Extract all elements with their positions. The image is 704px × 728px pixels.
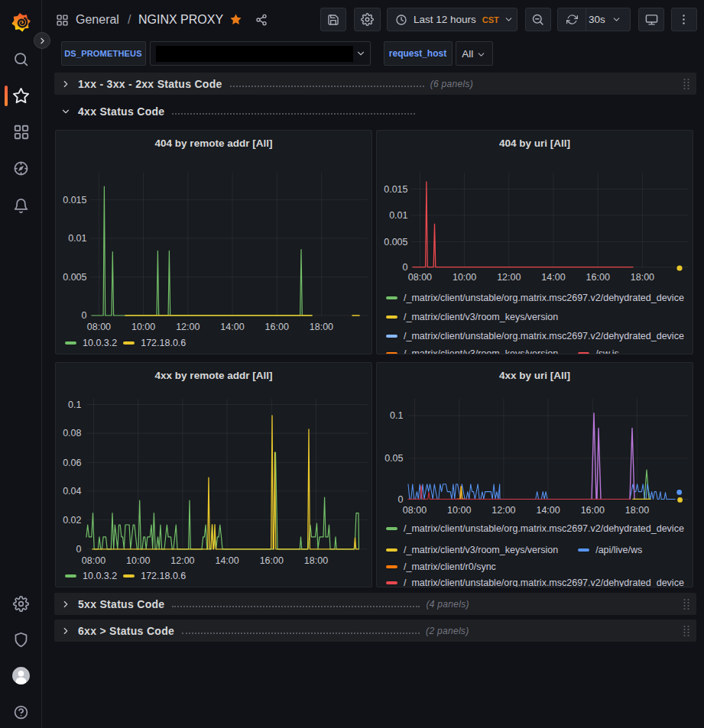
svg-text:18:00: 18:00 <box>631 272 654 283</box>
svg-text:0.01: 0.01 <box>389 210 407 221</box>
svg-text:0.06: 0.06 <box>63 458 81 468</box>
svg-text:0.1: 0.1 <box>390 410 403 421</box>
svg-text:08:00: 08:00 <box>82 555 105 566</box>
svg-text:18:00: 18:00 <box>625 505 649 516</box>
svg-text:12:00: 12:00 <box>497 272 521 283</box>
svg-text:10:00: 10:00 <box>126 555 150 566</box>
svg-text:0.1: 0.1 <box>68 400 81 410</box>
svg-text:10:00: 10:00 <box>131 322 155 332</box>
svg-text:10:00: 10:00 <box>453 272 476 283</box>
svg-text:0.04: 0.04 <box>63 486 81 497</box>
svg-text:0.015: 0.015 <box>384 184 407 195</box>
svg-text:16:00: 16:00 <box>265 322 289 332</box>
svg-text:08:00: 08:00 <box>87 322 111 332</box>
svg-text:14:00: 14:00 <box>536 505 560 516</box>
svg-text:0: 0 <box>398 494 404 505</box>
svg-text:18:00: 18:00 <box>304 555 328 566</box>
svg-text:0.02: 0.02 <box>63 515 81 526</box>
svg-text:0.01: 0.01 <box>68 233 86 244</box>
svg-text:10:00: 10:00 <box>447 505 471 516</box>
svg-text:12:00: 12:00 <box>170 555 194 566</box>
svg-text:12:00: 12:00 <box>176 322 200 332</box>
svg-text:18:00: 18:00 <box>310 322 333 332</box>
svg-text:16:00: 16:00 <box>260 555 284 566</box>
svg-text:08:00: 08:00 <box>408 272 432 283</box>
svg-text:16:00: 16:00 <box>586 272 610 283</box>
svg-text:0.05: 0.05 <box>384 453 403 464</box>
svg-text:14:00: 14:00 <box>220 322 244 332</box>
svg-text:0: 0 <box>76 544 82 555</box>
svg-text:0.005: 0.005 <box>63 272 86 283</box>
svg-text:0.08: 0.08 <box>63 428 81 438</box>
svg-text:12:00: 12:00 <box>492 505 515 516</box>
svg-text:16:00: 16:00 <box>581 505 605 516</box>
svg-text:0: 0 <box>403 262 408 273</box>
svg-text:0.015: 0.015 <box>63 195 86 205</box>
svg-text:0.005: 0.005 <box>384 237 407 248</box>
svg-text:0: 0 <box>82 310 87 321</box>
svg-text:08:00: 08:00 <box>403 505 427 516</box>
svg-text:14:00: 14:00 <box>215 555 238 566</box>
svg-text:14:00: 14:00 <box>541 272 565 283</box>
